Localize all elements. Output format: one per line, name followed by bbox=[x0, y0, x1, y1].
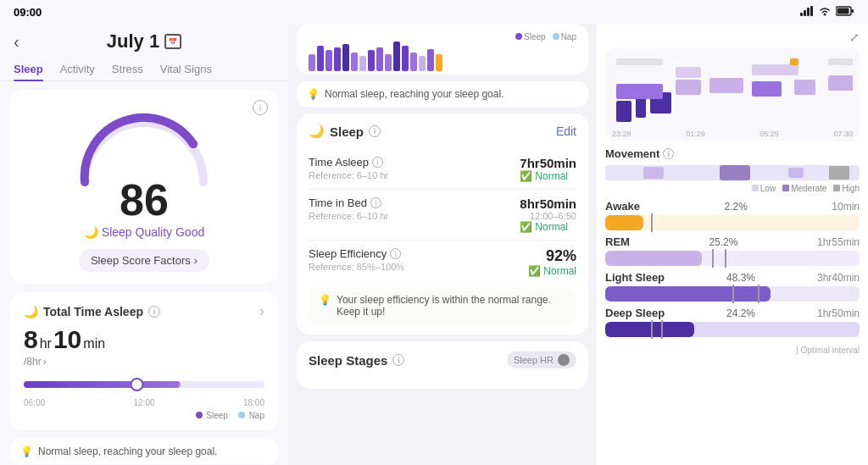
chevron-right-icon: › bbox=[194, 254, 198, 267]
check-icon3: ✅ bbox=[528, 265, 541, 277]
tab-sleep[interactable]: Sleep bbox=[14, 56, 43, 80]
efficiency-tip: 💡 Your sleep efficiency is within the no… bbox=[309, 287, 576, 324]
svg-rect-29 bbox=[788, 168, 804, 178]
tab-stress[interactable]: Stress bbox=[112, 56, 143, 80]
awake-marker bbox=[651, 213, 653, 232]
svg-rect-19 bbox=[794, 80, 815, 95]
moon-icon: 🌙 bbox=[84, 225, 98, 239]
svg-point-11 bbox=[131, 379, 142, 390]
deep-marker1 bbox=[651, 320, 653, 339]
light-marker2 bbox=[758, 285, 760, 303]
total-time-card: 🌙 Total Time Asleep i › 8 hr 10 min /8hr… bbox=[10, 292, 278, 430]
sleep-quality-label: 🌙 Sleep Quality Good bbox=[84, 225, 204, 239]
expand-button-row: ⤢ bbox=[605, 30, 860, 44]
stage-light: Light Sleep 48.3% 3hr40min bbox=[605, 271, 860, 302]
left-content: i 86 🌙 Sleep Quality Good bbox=[0, 81, 288, 465]
svg-rect-6 bbox=[852, 9, 854, 13]
gauge-wrap: 86 🌙 Sleep Quality Good bbox=[24, 102, 264, 242]
tab-bar: Sleep Activity Stress Vital Signs bbox=[0, 56, 288, 81]
stat-time-in-bed: Time in Bed i Reference: 6–10 hr 8hr50mi… bbox=[309, 190, 576, 241]
info-stat-icon2[interactable]: i bbox=[370, 197, 381, 208]
svg-rect-23 bbox=[790, 58, 798, 65]
awake-bar-fill bbox=[605, 215, 643, 230]
svg-rect-25 bbox=[828, 58, 853, 65]
sleep-legend-item: Sleep bbox=[196, 411, 228, 420]
rem-marker1 bbox=[712, 249, 714, 268]
svg-point-4 bbox=[824, 13, 826, 15]
date-text: July 1 bbox=[107, 30, 159, 53]
info-stages-icon[interactable]: i bbox=[392, 354, 404, 366]
score-card: i 86 🌙 Sleep Quality Good bbox=[10, 90, 278, 284]
middle-tip: 💡 Normal sleep, reaching your sleep goal… bbox=[297, 81, 588, 107]
tip-icon2: 💡 bbox=[319, 294, 331, 306]
sleep-tip: 💡 Normal sleep, reaching your sleep goal… bbox=[10, 439, 278, 464]
time-value: 8 hr 10 min bbox=[24, 325, 264, 354]
battery-icon bbox=[836, 6, 854, 19]
signal-icon bbox=[800, 6, 814, 19]
sleep-section-title: 🌙 Sleep i bbox=[309, 124, 381, 139]
rem-bar-bg bbox=[605, 251, 860, 266]
svg-rect-22 bbox=[752, 64, 798, 75]
status-icons bbox=[800, 6, 854, 19]
awake-bar-bg bbox=[605, 215, 860, 230]
timeline-chart bbox=[24, 374, 264, 395]
stages-section-header: Sleep Stages i Sleep HR bbox=[309, 352, 576, 368]
expand-icon[interactable]: › bbox=[259, 302, 264, 320]
stage-awake: Awake 2.2% 10min bbox=[605, 200, 860, 230]
info-stat-icon[interactable]: i bbox=[372, 157, 383, 168]
sleep-icon: 🌙 bbox=[309, 124, 325, 139]
light-bar-bg bbox=[605, 286, 860, 302]
back-button[interactable]: ‹ bbox=[14, 32, 19, 52]
svg-rect-27 bbox=[643, 167, 664, 179]
svg-rect-20 bbox=[828, 75, 853, 91]
sleep-timeline bbox=[24, 374, 264, 395]
left-panel: ‹ July 1 📅 Sleep Activity Stress Vital S… bbox=[0, 24, 288, 465]
stat-time-asleep: Time Asleep i Reference: 6–10 hr 7hr50mi… bbox=[309, 149, 576, 190]
light-bar-fill bbox=[605, 286, 771, 302]
date-title: July 1 📅 bbox=[107, 30, 181, 53]
sleep-score-factors-button[interactable]: Sleep Score Factors › bbox=[79, 249, 209, 272]
expand-icon[interactable]: ⤢ bbox=[849, 30, 860, 44]
stat-efficiency: Sleep Efficiency i Reference: 85%–100% 9… bbox=[309, 241, 576, 284]
svg-rect-30 bbox=[829, 166, 849, 180]
rem-bar-fill bbox=[605, 251, 702, 266]
section-header: 🌙 Sleep i Edit bbox=[309, 124, 576, 139]
tab-vital-signs[interactable]: Vital Signs bbox=[160, 56, 212, 80]
check-icon2: ✅ bbox=[520, 221, 532, 233]
wifi-icon bbox=[818, 6, 832, 19]
nap-legend-item: Nap bbox=[238, 411, 264, 420]
left-header: ‹ July 1 📅 bbox=[0, 24, 288, 56]
svg-rect-0 bbox=[800, 13, 803, 16]
info-small-icon[interactable]: i bbox=[148, 306, 160, 318]
sleep-chart: 23:28 01:29 05:29 07:30 Awake REM Light … bbox=[605, 47, 860, 141]
status-time: 09:00 bbox=[14, 6, 42, 19]
info-icon-sleep[interactable]: i bbox=[369, 125, 381, 137]
tab-activity[interactable]: Activity bbox=[60, 56, 95, 80]
svg-rect-7 bbox=[837, 8, 849, 14]
svg-rect-1 bbox=[804, 10, 806, 16]
svg-rect-10 bbox=[24, 381, 181, 388]
sleep-chart-svg bbox=[612, 54, 853, 126]
info-stat-icon3[interactable]: i bbox=[390, 248, 401, 259]
sleep-score: 86 bbox=[120, 178, 169, 222]
svg-point-8 bbox=[189, 140, 198, 148]
svg-rect-24 bbox=[616, 58, 663, 65]
svg-rect-21 bbox=[676, 67, 701, 78]
stages-title: Sleep Stages i bbox=[309, 353, 404, 368]
middle-panel: Sleep Nap bbox=[288, 24, 597, 465]
deep-bar-bg bbox=[605, 322, 860, 337]
sleep-hr-toggle[interactable]: Sleep HR bbox=[507, 352, 576, 368]
edit-button[interactable]: Edit bbox=[556, 125, 576, 138]
info-icon[interactable]: i bbox=[253, 100, 268, 115]
info-movement-icon[interactable]: i bbox=[663, 148, 674, 159]
movement-title: Movement i bbox=[605, 147, 860, 160]
sleep-stages-section: Sleep Stages i Sleep HR bbox=[297, 341, 588, 389]
svg-rect-17 bbox=[709, 78, 743, 93]
rem-marker2 bbox=[725, 249, 726, 268]
total-time-title: 🌙 Total Time Asleep i bbox=[24, 305, 160, 318]
calendar-icon[interactable]: 📅 bbox=[164, 34, 181, 49]
chevron-small: › bbox=[43, 356, 47, 368]
mini-bars bbox=[309, 42, 576, 71]
movement-chart-svg bbox=[605, 165, 860, 180]
movement-legend: Low Mederate High bbox=[605, 184, 860, 193]
